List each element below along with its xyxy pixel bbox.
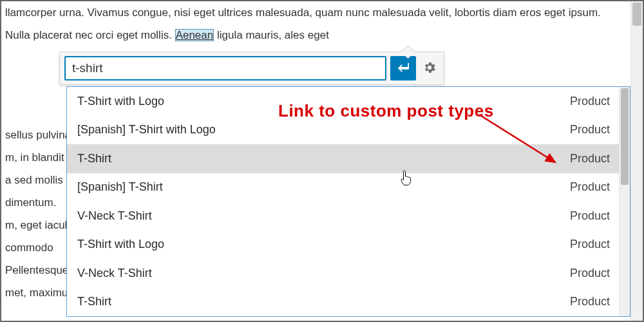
link-result-label: [Spanish] T-Shirt with Logo [77, 123, 216, 137]
link-result-type: Product [570, 180, 610, 194]
link-result-type: Product [570, 209, 610, 223]
link-result-label: V-Neck T-Shirt [77, 209, 152, 223]
link-result-item[interactable]: T-Shirt with LogoProduct [67, 231, 619, 260]
link-result-label: T-Shirt with Logo [77, 95, 164, 108]
link-result-item[interactable]: [Spanish] T-ShirtProduct [67, 173, 619, 202]
scrollbar-thumb[interactable] [632, 3, 641, 26]
link-result-label: T-Shirt [77, 295, 111, 308]
link-result-label: V-Neck T-Shirt [77, 267, 152, 280]
link-url-input[interactable] [64, 56, 386, 80]
dropdown-scrollbar[interactable] [619, 87, 630, 316]
link-toolbar [59, 52, 444, 85]
link-result-label: T-Shirt with Logo [77, 238, 164, 251]
link-result-item[interactable]: T-ShirtProduct [67, 144, 619, 173]
link-submit-button[interactable] [390, 56, 416, 80]
link-result-type: Product [570, 95, 610, 108]
paragraph-1[interactable]: llamcorper urna. Vivamus congue, nisi eg… [5, 1, 626, 46]
link-result-item[interactable]: V-Neck T-ShirtProduct [67, 259, 619, 288]
link-result-type: Product [570, 152, 610, 166]
link-result-item[interactable]: T-ShirtProduct [67, 288, 619, 317]
gear-icon [422, 61, 437, 77]
link-result-type: Product [570, 123, 610, 137]
link-settings-button[interactable] [420, 59, 439, 78]
link-result-type: Product [570, 238, 610, 251]
editor-viewport: llamcorper urna. Vivamus congue, nisi eg… [0, 0, 644, 322]
link-result-label: T-Shirt [77, 152, 111, 166]
link-result-type: Product [570, 295, 610, 308]
viewport-scrollbar[interactable] [630, 1, 643, 321]
link-results-list[interactable]: T-Shirt with LogoProduct[Spanish] T-Shir… [67, 87, 619, 316]
annotation-label: Link to custom post types [278, 101, 494, 121]
link-result-label: [Spanish] T-Shirt [77, 180, 163, 194]
dropdown-scrollbar-thumb[interactable] [621, 88, 629, 185]
selected-link-text[interactable]: Aenean [175, 29, 214, 41]
link-result-item[interactable]: V-Neck T-ShirtProduct [67, 202, 619, 231]
enter-icon [396, 62, 410, 75]
paragraph1-post: ligula mauris, ales eget [217, 29, 329, 41]
link-result-type: Product [570, 267, 610, 280]
